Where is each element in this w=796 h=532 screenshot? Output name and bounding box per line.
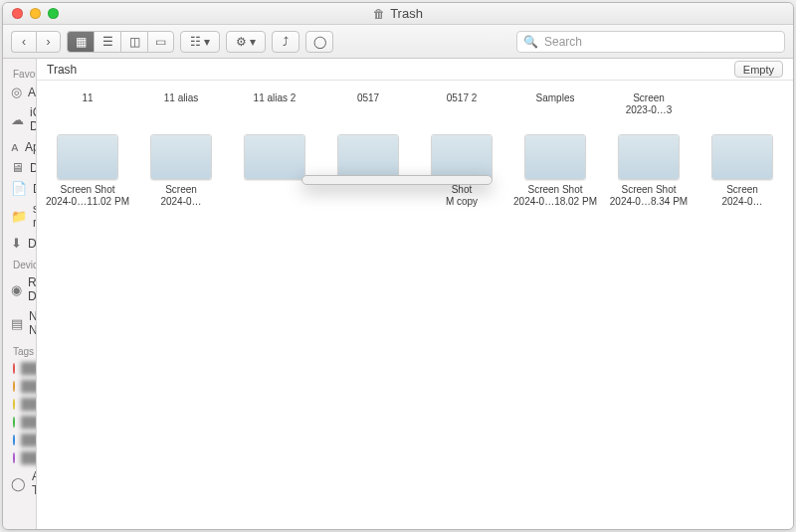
sidebar-section-header: Favorites [3, 63, 36, 82]
tags-button[interactable]: ◯ [305, 31, 333, 53]
toolbar: ‹ › ▦ ☰ ◫ ▭ ☷ ▾ ⚙ ▾ ⤴ ◯ 🔍 Search [3, 25, 793, 59]
sidebar-tag[interactable]: ████ [3, 448, 36, 466]
context-menu [301, 175, 493, 185]
file-label: Screen2024-0… [160, 184, 201, 207]
view-mode-group: ▦ ☰ ◫ ▭ [67, 31, 174, 53]
sidebar-item-desktop[interactable]: 🖥Desktop [3, 157, 36, 178]
close-button[interactable] [12, 8, 23, 19]
sidebar-item-label: NO NAME [29, 309, 37, 337]
tag-dot-icon [13, 399, 15, 410]
file-thumbnail [618, 134, 680, 180]
folder-icon: 📁 [11, 209, 27, 224]
grid-item[interactable]: Screen2024-0… [696, 130, 789, 211]
airdrop-icon: ◎ [11, 85, 22, 99]
sidebar-section-header: Devices [3, 254, 36, 272]
arrange-group: ☷ ▾ [180, 31, 220, 53]
search-field[interactable]: 🔍 Search [516, 31, 785, 53]
sidebar-item-stellar-photo-r-[interactable]: 📁stellar_photo r… [3, 199, 36, 233]
grid-item[interactable]: 11 alias 2 [228, 89, 321, 130]
sidebar-tag[interactable]: ████ [3, 395, 36, 413]
grid-item[interactable]: Screen2024-0… [134, 130, 228, 211]
sidebar-item-label: iCloud Drive [30, 105, 37, 133]
sidebar-item-label: Desktop [30, 161, 37, 175]
sidebar-item-documents[interactable]: 📄Documents [3, 178, 36, 199]
gallery-view-button[interactable]: ▭ [147, 31, 174, 53]
grid-item[interactable]: 11 [41, 89, 134, 130]
trash-icon: 🗑 [373, 7, 385, 21]
path-bar: Trash Empty [37, 59, 793, 81]
nav-buttons: ‹ › [11, 31, 61, 53]
window-controls [3, 8, 59, 19]
sidebar-tag[interactable]: ████ [3, 377, 36, 395]
drive-icon: ▤ [11, 316, 23, 331]
minimize-button[interactable] [30, 8, 41, 19]
sidebar-item-downloads[interactable]: ⬇Downloads [3, 233, 36, 254]
sidebar-tag[interactable]: ████ [3, 431, 36, 448]
file-thumbnail [431, 134, 493, 180]
file-label: 0517 [357, 92, 379, 104]
grid-item[interactable]: Screen Shot2024-0…18.02 PM [508, 130, 602, 211]
file-label: 11 alias [164, 92, 198, 104]
icon-view-button[interactable]: ▦ [67, 31, 94, 53]
tag-label: ████ [21, 451, 37, 463]
zoom-button[interactable] [48, 8, 59, 19]
grid-item[interactable]: Screen Shot2024-0…8.34 PM [602, 130, 696, 211]
tag-label: ████ [21, 434, 37, 445]
share-group: ⤴ [272, 31, 299, 53]
file-thumbnail [57, 134, 118, 180]
path-location: Trash [47, 63, 77, 77]
apps-icon: ᴀ [11, 139, 19, 154]
icloud-icon: ☁ [11, 112, 24, 127]
sidebar-item-label: Remote Disc [28, 275, 37, 303]
tag-dot-icon [13, 435, 15, 445]
sidebar-item-applications[interactable]: ᴀApplications [3, 136, 36, 157]
sidebar-item-label: AirDrop [28, 86, 37, 99]
sidebar-item-label: Applications [25, 140, 37, 154]
tag-dot-icon [13, 363, 15, 374]
search-placeholder: Search [544, 35, 582, 49]
icon-grid[interactable]: 1111 alias11 alias 205170517 2SamplesScr… [37, 81, 793, 529]
all-tags-icon: ◯ [11, 476, 26, 491]
back-button[interactable]: ‹ [11, 31, 36, 53]
tag-dot-icon [13, 381, 15, 392]
grid-item[interactable]: ShotM copy [415, 130, 508, 211]
grid-item[interactable]: Screen Shot2024-0…11.02 PM [41, 130, 134, 211]
tags-group: ◯ [305, 31, 333, 53]
window-title-text: Trash [390, 6, 423, 21]
disc-icon: ◉ [11, 282, 22, 297]
action-menu-button[interactable]: ⚙ ▾ [226, 31, 266, 53]
grid-item[interactable]: Screen2023-0…3 [602, 89, 696, 130]
grid-item[interactable]: 11 alias [134, 89, 228, 130]
action-group: ⚙ ▾ [226, 31, 266, 53]
title-bar: 🗑 Trash [3, 3, 793, 25]
sidebar-all-tags[interactable]: ◯All Tags… [3, 466, 36, 500]
arrange-button[interactable]: ☷ ▾ [180, 31, 220, 53]
sidebar-tag[interactable]: ████ [3, 413, 36, 431]
file-label: Screen Shot2024-0…18.02 PM [513, 184, 597, 207]
file-label: ShotM copy [446, 184, 478, 207]
tag-label: ████ [21, 380, 37, 392]
content-area: Trash Empty 1111 alias11 alias 205170517… [37, 59, 793, 529]
grid-item[interactable]: 0517 2 [415, 89, 508, 130]
sidebar-item-remote-disc[interactable]: ◉Remote Disc [3, 272, 36, 306]
empty-trash-button[interactable]: Empty [734, 61, 783, 78]
grid-item[interactable]: Samples [508, 89, 602, 130]
column-view-button[interactable]: ◫ [120, 31, 147, 53]
forward-button[interactable]: › [36, 31, 61, 53]
grid-item[interactable]: 0517 [321, 89, 415, 130]
sidebar-section-header: Tags [3, 340, 36, 359]
sidebar-item-no-name[interactable]: ▤NO NAME⏏ [3, 306, 36, 340]
downloads-icon: ⬇ [11, 236, 22, 251]
grid-item[interactable] [228, 130, 321, 211]
file-thumbnail [524, 134, 586, 180]
share-button[interactable]: ⤴ [272, 31, 299, 53]
file-label: 11 alias 2 [254, 92, 297, 104]
file-label: Screen2024-0… [721, 184, 762, 207]
sidebar-item-icloud-drive[interactable]: ☁iCloud Drive [3, 102, 36, 136]
sidebar-tag[interactable]: ████ [3, 359, 36, 377]
grid-item[interactable] [321, 130, 415, 211]
search-icon: 🔍 [523, 35, 538, 49]
sidebar-item-airdrop[interactable]: ◎AirDrop [3, 82, 36, 102]
file-thumbnail [244, 134, 305, 180]
list-view-button[interactable]: ☰ [94, 31, 120, 53]
